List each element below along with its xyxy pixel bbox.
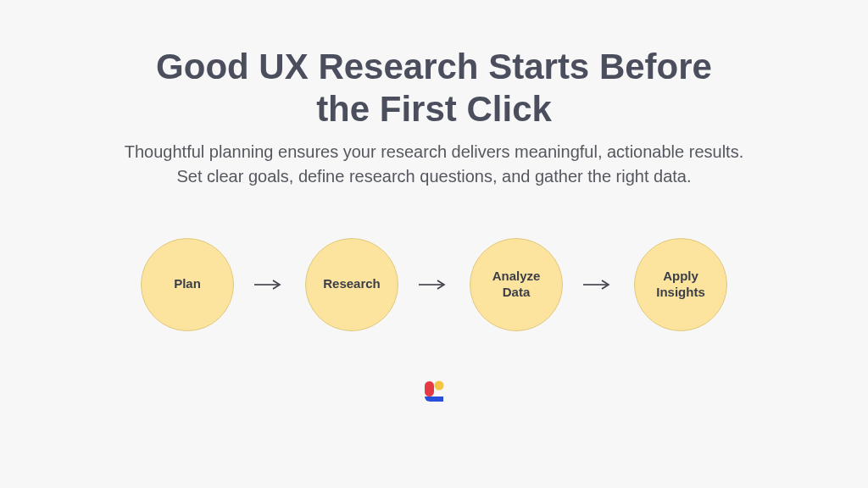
process-flow: Plan Research Analyze Data Apply Insight… (141, 238, 727, 331)
step-apply-insights: Apply Insights (634, 238, 727, 331)
page-title: Good UX Research Starts Before the First… (129, 46, 739, 131)
page-subtitle: Thoughtful planning ensures your researc… (120, 140, 748, 189)
step-label: Apply Insights (643, 269, 718, 301)
step-analyze-data: Analyze Data (470, 238, 563, 331)
step-research: Research (305, 238, 398, 331)
logo-icon (421, 379, 447, 404)
arrow-icon (253, 279, 287, 291)
arrow-icon (417, 279, 451, 291)
arrow-icon (581, 279, 615, 291)
step-label: Research (323, 276, 381, 292)
step-label: Analyze Data (479, 269, 554, 301)
step-plan: Plan (141, 238, 234, 331)
step-label: Plan (174, 276, 201, 292)
brand-logo (421, 379, 447, 404)
svg-point-4 (435, 380, 444, 390)
svg-rect-3 (425, 381, 434, 396)
